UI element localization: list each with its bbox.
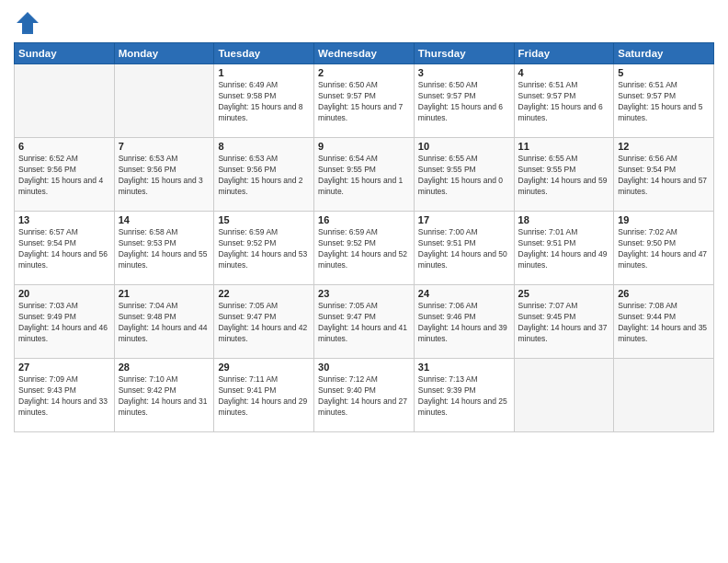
cell-details: Sunrise: 7:01 AMSunset: 9:51 PMDaylight:… xyxy=(518,227,610,271)
cell-details: Sunrise: 7:06 AMSunset: 9:46 PMDaylight:… xyxy=(418,301,510,345)
weekday-header: Sunday xyxy=(15,43,115,64)
calendar-table: SundayMondayTuesdayWednesdayThursdayFrid… xyxy=(14,42,714,432)
cell-details: Sunrise: 7:11 AMSunset: 9:41 PMDaylight:… xyxy=(218,374,310,419)
cell-details: Sunrise: 6:59 AMSunset: 9:52 PMDaylight:… xyxy=(218,227,310,271)
calendar-cell: 17Sunrise: 7:00 AMSunset: 9:51 PMDayligh… xyxy=(414,212,514,285)
cell-details: Sunrise: 7:03 AMSunset: 9:49 PMDaylight:… xyxy=(18,301,110,345)
cell-details: Sunrise: 7:05 AMSunset: 9:47 PMDaylight:… xyxy=(318,301,410,345)
day-number: 8 xyxy=(218,141,310,152)
day-number: 31 xyxy=(418,362,510,373)
weekday-header: Wednesday xyxy=(314,43,415,64)
day-number: 23 xyxy=(318,288,410,299)
cell-details: Sunrise: 6:54 AMSunset: 9:55 PMDaylight:… xyxy=(318,154,410,198)
day-number: 1 xyxy=(218,67,310,78)
cell-details: Sunrise: 6:50 AMSunset: 9:57 PMDaylight:… xyxy=(418,80,510,124)
day-number: 24 xyxy=(418,288,510,299)
calendar-cell: 7Sunrise: 6:53 AMSunset: 9:56 PMDaylight… xyxy=(114,138,214,212)
calendar-cell: 6Sunrise: 6:52 AMSunset: 9:56 PMDaylight… xyxy=(15,138,115,212)
weekday-header: Thursday xyxy=(414,43,514,64)
cell-details: Sunrise: 7:09 AMSunset: 9:43 PMDaylight:… xyxy=(18,374,110,419)
calendar-week-row: 27Sunrise: 7:09 AMSunset: 9:43 PMDayligh… xyxy=(15,359,714,432)
calendar-cell: 15Sunrise: 6:59 AMSunset: 9:52 PMDayligh… xyxy=(214,212,314,285)
calendar-cell: 13Sunrise: 6:57 AMSunset: 9:54 PMDayligh… xyxy=(15,212,115,285)
day-number: 4 xyxy=(518,67,610,78)
calendar-cell xyxy=(15,64,115,138)
day-number: 26 xyxy=(618,288,710,299)
calendar-cell: 19Sunrise: 7:02 AMSunset: 9:50 PMDayligh… xyxy=(614,212,714,285)
calendar-cell: 11Sunrise: 6:55 AMSunset: 9:55 PMDayligh… xyxy=(514,138,614,212)
day-number: 16 xyxy=(318,214,410,225)
day-number: 18 xyxy=(518,214,610,225)
calendar-cell xyxy=(114,64,214,138)
day-number: 12 xyxy=(618,141,710,152)
cell-details: Sunrise: 6:58 AMSunset: 9:53 PMDaylight:… xyxy=(119,227,210,271)
cell-details: Sunrise: 6:50 AMSunset: 9:57 PMDaylight:… xyxy=(318,80,410,124)
day-number: 29 xyxy=(218,362,310,373)
calendar-cell: 9Sunrise: 6:54 AMSunset: 9:55 PMDaylight… xyxy=(314,138,415,212)
calendar-cell: 22Sunrise: 7:05 AMSunset: 9:47 PMDayligh… xyxy=(214,285,314,359)
calendar-week-row: 20Sunrise: 7:03 AMSunset: 9:49 PMDayligh… xyxy=(15,285,714,359)
weekday-header: Saturday xyxy=(614,43,714,64)
day-number: 2 xyxy=(318,67,410,78)
day-number: 15 xyxy=(218,214,310,225)
day-number: 27 xyxy=(18,362,110,373)
calendar-cell: 16Sunrise: 6:59 AMSunset: 9:52 PMDayligh… xyxy=(314,212,415,285)
svg-marker-1 xyxy=(18,15,37,32)
calendar-week-row: 1Sunrise: 6:49 AMSunset: 9:58 PMDaylight… xyxy=(15,64,714,138)
calendar-cell: 24Sunrise: 7:06 AMSunset: 9:46 PMDayligh… xyxy=(414,285,514,359)
cell-details: Sunrise: 6:51 AMSunset: 9:57 PMDaylight:… xyxy=(618,80,710,124)
calendar-cell: 10Sunrise: 6:55 AMSunset: 9:55 PMDayligh… xyxy=(414,138,514,212)
calendar-week-row: 6Sunrise: 6:52 AMSunset: 9:56 PMDaylight… xyxy=(15,138,714,212)
day-number: 10 xyxy=(418,141,510,152)
calendar-cell: 25Sunrise: 7:07 AMSunset: 9:45 PMDayligh… xyxy=(514,285,614,359)
calendar-cell: 4Sunrise: 6:51 AMSunset: 9:57 PMDaylight… xyxy=(514,64,614,138)
cell-details: Sunrise: 7:13 AMSunset: 9:39 PMDaylight:… xyxy=(418,374,510,419)
cell-details: Sunrise: 6:57 AMSunset: 9:54 PMDaylight:… xyxy=(18,227,110,271)
cell-details: Sunrise: 7:00 AMSunset: 9:51 PMDaylight:… xyxy=(418,227,510,271)
calendar-cell: 30Sunrise: 7:12 AMSunset: 9:40 PMDayligh… xyxy=(314,359,415,432)
calendar-cell: 3Sunrise: 6:50 AMSunset: 9:57 PMDaylight… xyxy=(414,64,514,138)
cell-details: Sunrise: 7:12 AMSunset: 9:40 PMDaylight:… xyxy=(318,374,410,419)
day-number: 7 xyxy=(119,141,210,152)
day-number: 11 xyxy=(518,141,610,152)
calendar-cell: 31Sunrise: 7:13 AMSunset: 9:39 PMDayligh… xyxy=(414,359,514,432)
cell-details: Sunrise: 6:49 AMSunset: 9:58 PMDaylight:… xyxy=(218,80,310,124)
calendar-cell xyxy=(514,359,614,432)
calendar-header-row: SundayMondayTuesdayWednesdayThursdayFrid… xyxy=(15,43,714,64)
cell-details: Sunrise: 7:02 AMSunset: 9:50 PMDaylight:… xyxy=(618,227,710,271)
day-number: 3 xyxy=(418,67,510,78)
calendar-cell: 12Sunrise: 6:56 AMSunset: 9:54 PMDayligh… xyxy=(614,138,714,212)
cell-details: Sunrise: 7:08 AMSunset: 9:44 PMDaylight:… xyxy=(618,301,710,345)
day-number: 30 xyxy=(318,362,410,373)
calendar-cell: 26Sunrise: 7:08 AMSunset: 9:44 PMDayligh… xyxy=(614,285,714,359)
logo-icon xyxy=(14,9,41,37)
cell-details: Sunrise: 6:51 AMSunset: 9:57 PMDaylight:… xyxy=(518,80,610,124)
day-number: 21 xyxy=(119,288,210,299)
calendar-week-row: 13Sunrise: 6:57 AMSunset: 9:54 PMDayligh… xyxy=(15,212,714,285)
cell-details: Sunrise: 7:04 AMSunset: 9:48 PMDaylight:… xyxy=(119,301,210,345)
calendar-cell: 28Sunrise: 7:10 AMSunset: 9:42 PMDayligh… xyxy=(114,359,214,432)
day-number: 25 xyxy=(518,288,610,299)
calendar-cell: 14Sunrise: 6:58 AMSunset: 9:53 PMDayligh… xyxy=(114,212,214,285)
logo xyxy=(14,9,45,37)
calendar-cell: 1Sunrise: 6:49 AMSunset: 9:58 PMDaylight… xyxy=(214,64,314,138)
calendar-cell xyxy=(614,359,714,432)
cell-details: Sunrise: 7:07 AMSunset: 9:45 PMDaylight:… xyxy=(518,301,610,345)
cell-details: Sunrise: 6:55 AMSunset: 9:55 PMDaylight:… xyxy=(418,154,510,198)
calendar-cell: 5Sunrise: 6:51 AMSunset: 9:57 PMDaylight… xyxy=(614,64,714,138)
weekday-header: Tuesday xyxy=(214,43,314,64)
weekday-header: Friday xyxy=(514,43,614,64)
day-number: 9 xyxy=(318,141,410,152)
calendar-cell: 21Sunrise: 7:04 AMSunset: 9:48 PMDayligh… xyxy=(114,285,214,359)
cell-details: Sunrise: 6:56 AMSunset: 9:54 PMDaylight:… xyxy=(618,154,710,198)
cell-details: Sunrise: 6:52 AMSunset: 9:56 PMDaylight:… xyxy=(18,154,110,198)
day-number: 13 xyxy=(18,214,110,225)
day-number: 17 xyxy=(418,214,510,225)
day-number: 14 xyxy=(119,214,210,225)
cell-details: Sunrise: 6:53 AMSunset: 9:56 PMDaylight:… xyxy=(218,154,310,198)
calendar-cell: 20Sunrise: 7:03 AMSunset: 9:49 PMDayligh… xyxy=(15,285,115,359)
calendar-cell: 8Sunrise: 6:53 AMSunset: 9:56 PMDaylight… xyxy=(214,138,314,212)
day-number: 22 xyxy=(218,288,310,299)
calendar-cell: 29Sunrise: 7:11 AMSunset: 9:41 PMDayligh… xyxy=(214,359,314,432)
calendar-cell: 2Sunrise: 6:50 AMSunset: 9:57 PMDaylight… xyxy=(314,64,415,138)
